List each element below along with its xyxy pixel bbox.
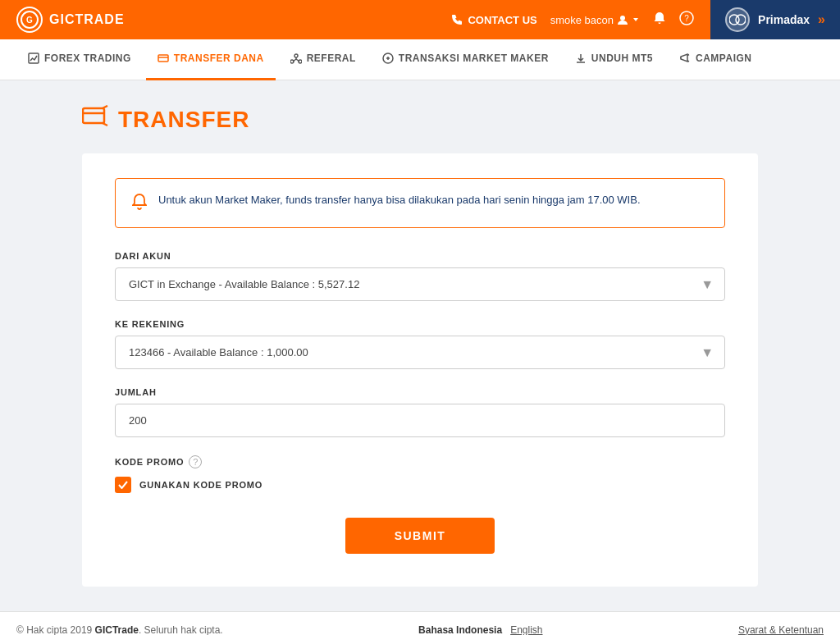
help-icon[interactable]: ?	[679, 11, 694, 29]
nav-transfer-label: TRANSFER DANA	[174, 53, 264, 64]
svg-text:?: ?	[684, 14, 689, 23]
username-text: smoke bacon	[550, 14, 614, 26]
svg-rect-8	[158, 55, 168, 62]
dari-akun-select-wrapper: GICT in Exchange - Available Balance : 5…	[115, 267, 725, 301]
user-icon	[617, 14, 628, 25]
footer-lang-english[interactable]: English	[510, 624, 542, 636]
svg-text:G: G	[26, 16, 33, 25]
info-box-text: Untuk akun Market Maker, funds transfer …	[158, 192, 641, 209]
nav-transaksi-label: TRANSAKSI MARKET MAKER	[399, 53, 549, 64]
referal-icon	[290, 53, 302, 64]
primadax-button[interactable]: Primadax »	[710, 0, 840, 39]
ke-rekening-label: KE REKENING	[115, 319, 725, 329]
nav-forex-label: FOREX TRADING	[44, 53, 131, 64]
jumlah-group: JUMLAH	[115, 387, 725, 437]
nav-item-unduh[interactable]: UNDUH MT5	[564, 39, 664, 80]
dari-akun-label: DARI AKUN	[115, 251, 725, 261]
jumlah-label: JUMLAH	[115, 387, 725, 397]
submit-area: SUBMIT	[115, 518, 725, 554]
ke-rekening-select[interactable]: 123466 - Available Balance : 1,000.00	[115, 336, 725, 369]
svg-rect-13	[83, 108, 104, 123]
kode-promo-label-row: KODE PROMO ?	[115, 455, 725, 468]
user-info[interactable]: smoke bacon	[550, 14, 640, 26]
campaign-icon	[679, 53, 691, 64]
main-content: TRANSFER Untuk akun Market Maker, funds …	[0, 80, 840, 611]
phone-icon	[451, 14, 463, 25]
svg-point-9	[294, 54, 298, 57]
submit-button[interactable]: SUBMIT	[345, 518, 495, 554]
footer-copyright: © Hak cipta 2019 GICTrade. Seluruh hak c…	[16, 624, 223, 636]
footer-lang-current: Bahasa Indonesia	[418, 624, 502, 636]
chart-icon	[28, 53, 39, 64]
transfer-page-icon	[82, 105, 108, 134]
footer-language: Bahasa Indonesia English	[418, 624, 542, 636]
page-title-area: TRANSFER	[82, 105, 758, 134]
chevron-down-icon	[632, 16, 640, 24]
nav-item-referal[interactable]: REFERAL	[279, 39, 368, 80]
nav-referal-label: REFERAL	[307, 53, 356, 64]
kode-promo-help-icon[interactable]: ?	[189, 455, 202, 468]
notification-bell-icon[interactable]	[653, 11, 666, 28]
logo[interactable]: G GICTRADE	[16, 7, 125, 33]
primadax-logo-icon	[725, 7, 750, 32]
transfer-icon	[158, 53, 169, 64]
footer: © Hak cipta 2019 GICTrade. Seluruh hak c…	[0, 611, 840, 635]
form-card: Untuk akun Market Maker, funds transfer …	[82, 153, 758, 587]
dari-akun-group: DARI AKUN GICT in Exchange - Available B…	[115, 251, 725, 301]
nav-bar: FOREX TRADING TRANSFER DANA REFERAL TRAN…	[0, 39, 840, 80]
info-bell-icon	[132, 194, 147, 214]
footer-terms: Syarat & Ketentuan	[738, 624, 824, 636]
svg-point-6	[736, 15, 746, 25]
nav-item-campaign[interactable]: CAMPAIGN	[668, 39, 763, 80]
download-icon	[575, 53, 587, 64]
kode-promo-group: KODE PROMO ? GUNAKAN KODE PROMO	[115, 455, 725, 493]
nav-campaign-label: CAMPAIGN	[696, 53, 751, 64]
svg-point-2	[620, 16, 625, 21]
jumlah-input[interactable]	[115, 404, 725, 437]
nav-item-transaksi[interactable]: TRANSAKSI MARKET MAKER	[371, 39, 560, 80]
info-box: Untuk akun Market Maker, funds transfer …	[115, 178, 725, 228]
gunakan-kode-promo-checkbox[interactable]	[115, 477, 131, 493]
logo-text: GICTRADE	[49, 12, 125, 27]
transaksi-icon	[382, 53, 394, 64]
nav-unduh-label: UNDUH MT5	[591, 53, 653, 64]
kode-promo-label-text: KODE PROMO	[115, 457, 184, 467]
gunakan-kode-promo-row: GUNAKAN KODE PROMO	[115, 477, 725, 493]
ke-rekening-group: KE REKENING 123466 - Available Balance :…	[115, 319, 725, 369]
nav-item-transfer-dana[interactable]: TRANSFER DANA	[146, 39, 276, 80]
nav-item-forex-trading[interactable]: FOREX TRADING	[16, 39, 143, 80]
contact-us-label: CONTACT US	[468, 14, 536, 26]
ke-rekening-select-wrapper: 123466 - Available Balance : 1,000.00 ▼	[115, 336, 725, 369]
primadax-label: Primadax	[758, 13, 810, 26]
checkmark-icon	[118, 481, 128, 489]
dari-akun-select[interactable]: GICT in Exchange - Available Balance : 5…	[115, 267, 725, 301]
svg-rect-7	[29, 53, 39, 63]
logo-icon: G	[16, 7, 43, 33]
page-title-text: TRANSFER	[118, 107, 249, 133]
primadax-arrow-icon: »	[818, 12, 825, 27]
gunakan-kode-promo-label: GUNAKAN KODE PROMO	[139, 480, 262, 490]
footer-terms-link[interactable]: Syarat & Ketentuan	[738, 624, 824, 636]
contact-us-button[interactable]: CONTACT US	[451, 14, 536, 26]
